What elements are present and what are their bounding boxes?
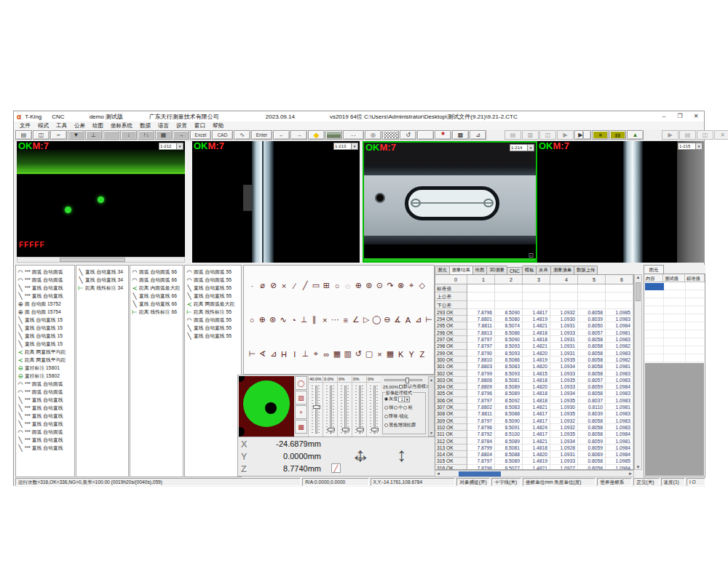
- results-v-scrollbar[interactable]: ▲▼: [634, 274, 642, 470]
- measure-item[interactable]: ≺距离 两圆弧最大距: [185, 300, 241, 308]
- table-row[interactable]: 293 OK7.87968.50901.48171.09320.80581.09…: [435, 309, 633, 316]
- camera-view-1[interactable]: OKM:7 1-212▾ FFFFF: [17, 141, 185, 257]
- measure-item[interactable]: ◠*** 圆弧 自动圆弧: [16, 276, 74, 284]
- palette-tool[interactable]: ▦: [385, 348, 396, 359]
- chevron-down-icon[interactable]: ▾: [404, 397, 409, 402]
- table-row[interactable]: 297 OK7.87978.50901.48181.09310.80581.09…: [435, 336, 633, 343]
- palette-tool[interactable]: ◇: [417, 280, 428, 291]
- palette-tool[interactable]: ◌: [342, 280, 353, 291]
- measure-item[interactable]: ⊖直径标注 15801: [16, 364, 74, 372]
- palette-tool[interactable]: Ι: [289, 348, 300, 359]
- measure-item[interactable]: ⊕圆 自动圆 15754: [16, 308, 74, 316]
- chevron-down-icon[interactable]: ▾: [695, 143, 702, 149]
- palette-tool[interactable]: ▭: [311, 280, 322, 291]
- palette-tool[interactable]: ◯: [371, 314, 381, 325]
- row-label[interactable]: 305 OK: [435, 390, 467, 396]
- menu-item-窗口[interactable]: 窗口: [191, 122, 209, 129]
- open-button[interactable]: ◫: [33, 130, 50, 140]
- table-row[interactable]: 302 OK7.87998.50931.48151.09330.80581.09…: [435, 370, 633, 377]
- measure-item[interactable]: ╲*** 直线 自动直线: [16, 444, 74, 452]
- blank-button[interactable]: [417, 130, 434, 140]
- enter-button[interactable]: Enter: [251, 130, 272, 140]
- row-label[interactable]: 312 OK: [435, 438, 467, 445]
- measure-item[interactable]: ╲直线 自动直线 55: [185, 284, 241, 292]
- measure-item[interactable]: ╲直线 自动直线 15: [16, 316, 74, 324]
- camera3-lens-combo[interactable]: 1-214▾: [510, 144, 534, 151]
- table-row[interactable]: 296 OK7.88138.50861.48181.09330.80571.09…: [435, 330, 633, 336]
- table-row[interactable]: 295 OK7.88118.50741.48211.09310.80501.09…: [435, 322, 633, 329]
- row-label[interactable]: 316 OK: [435, 465, 467, 470]
- measure-item[interactable]: ≺距离 两直线平均距: [16, 348, 74, 356]
- scroll-left-icon[interactable]: ◄: [435, 471, 441, 476]
- connector-button[interactable]: ∿: [234, 130, 250, 140]
- measure-item[interactable]: ◠圆弧 自动圆弧 55: [185, 316, 241, 324]
- palette-tool[interactable]: ∕: [289, 280, 300, 291]
- measure-item[interactable]: ╲直线 自动直线 66: [130, 300, 183, 308]
- row-label[interactable]: 303 OK: [435, 377, 467, 383]
- palette-tool[interactable]: ⊘: [268, 280, 279, 291]
- open2-button[interactable]: ◫: [697, 130, 713, 140]
- menu-item-模式[interactable]: 模式: [34, 122, 52, 129]
- tab-3D测量[interactable]: 3D测量: [486, 266, 507, 274]
- camera-view-3-selected[interactable]: OKM:7 1-214▾ ⊡: [363, 141, 537, 263]
- palette-tool[interactable]: ⌀: [258, 280, 269, 291]
- measure-item[interactable]: ◠*** 圆弧 自动圆弧: [16, 428, 74, 436]
- palette-tool[interactable]: ×: [374, 348, 385, 359]
- slider-thumb[interactable]: [342, 428, 349, 431]
- menu-item-绘图[interactable]: 绘图: [89, 122, 107, 129]
- close-button[interactable]: ✕: [688, 112, 704, 121]
- palette-tool[interactable]: ⊕: [353, 280, 364, 291]
- palette-tool[interactable]: Η: [279, 348, 290, 359]
- excel-export-button[interactable]: Excel: [190, 130, 211, 140]
- pause-button[interactable]: ▮▮: [609, 130, 626, 140]
- menu-item-设置[interactable]: 设置: [173, 122, 191, 129]
- stage-button[interactable]: [103, 130, 119, 140]
- light-channel-slider[interactable]: 0%: [337, 376, 352, 437]
- camera1-lens-combo[interactable]: 1-212▾: [159, 143, 183, 150]
- palette-tool[interactable]: ↷: [385, 280, 396, 291]
- slider-thumb[interactable]: [328, 428, 335, 431]
- light-mode-button[interactable]: ▩: [295, 420, 307, 434]
- table-row[interactable]: 300 OK7.88108.50861.48191.09350.80581.09…: [435, 356, 633, 363]
- save-run-button[interactable]: ▤: [505, 130, 521, 140]
- row-label[interactable]: 298 OK: [435, 343, 467, 349]
- measure-item[interactable]: ◠*** 圆弧 自动圆弧: [16, 268, 74, 276]
- palette-tool[interactable]: ·: [247, 280, 258, 291]
- palette-tool[interactable]: ∠: [351, 314, 361, 325]
- measure-item[interactable]: ╲直线 自动直线 15: [16, 324, 74, 332]
- palette-tool[interactable]: ≡: [341, 314, 351, 325]
- measure-item[interactable]: ⊖直径标注 15802: [16, 372, 74, 380]
- palette-tool[interactable]: ⊗: [395, 280, 406, 291]
- z-jog-arrows-icon[interactable]: ↕: [397, 442, 407, 468]
- table-row[interactable]: 306 OK7.87978.50921.48181.09350.80371.09…: [435, 397, 633, 404]
- palette-tool[interactable]: ∞: [321, 348, 332, 359]
- palette-tool[interactable]: ○: [247, 314, 257, 325]
- chevron-down-icon[interactable]: ▾: [527, 145, 534, 151]
- light-mode-button[interactable]: +: [295, 405, 307, 419]
- palette-tool[interactable]: Z: [417, 348, 428, 359]
- element-tab[interactable]: 图元: [644, 265, 664, 274]
- light-mode-button[interactable]: ◯: [295, 376, 307, 390]
- palette-tool[interactable]: ⊥: [298, 314, 309, 325]
- row-label[interactable]: 300 OK: [435, 356, 467, 363]
- palette-tool[interactable]: ⌖: [406, 280, 417, 291]
- table-row[interactable]: 304 OK7.88098.50891.48201.09330.80591.09…: [435, 383, 633, 390]
- star-button[interactable]: *: [435, 130, 451, 140]
- contour-radio[interactable]: [384, 423, 388, 427]
- chevron-down-icon[interactable]: ▾: [351, 143, 357, 149]
- table-row[interactable]: 294 OK7.88018.50801.48191.09300.80391.09…: [435, 316, 633, 322]
- light-channel-slider[interactable]: 40.0%: [308, 376, 323, 437]
- palette-tool[interactable]: ◔: [288, 314, 298, 325]
- palette-tool[interactable]: ∢: [258, 348, 269, 359]
- menu-item-公差[interactable]: 公差: [71, 122, 89, 129]
- camera-view-4[interactable]: OKM:7 1-215▾: [537, 141, 704, 263]
- light-mode-button[interactable]: ▨: [295, 391, 307, 404]
- measure-item[interactable]: ⊢距离 线性标注 55: [185, 308, 241, 316]
- row-label[interactable]: 304 OK: [435, 383, 467, 390]
- image-button[interactable]: [325, 130, 342, 140]
- table-row[interactable]: 309 OK7.87978.50901.48171.09320.80581.09…: [435, 418, 633, 424]
- row-label[interactable]: 302 OK: [435, 370, 467, 377]
- row-label[interactable]: 314 OK: [435, 451, 467, 458]
- menu-item-语言[interactable]: 语言: [154, 122, 173, 129]
- palette-tool[interactable]: ⊕: [257, 314, 267, 325]
